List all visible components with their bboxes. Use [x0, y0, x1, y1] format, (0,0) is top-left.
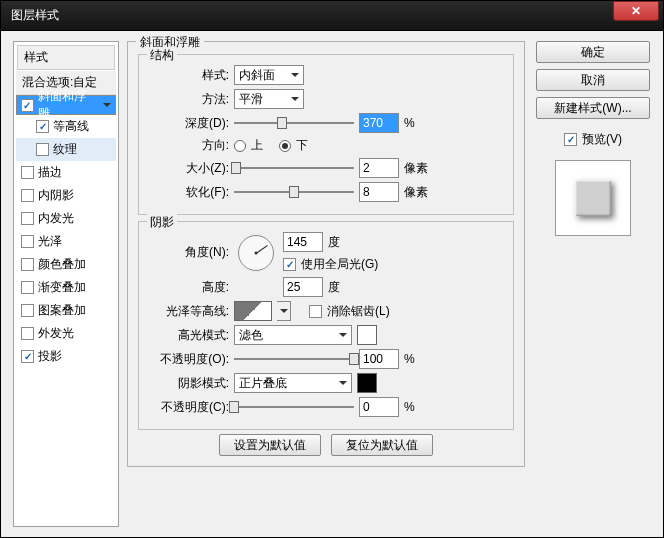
- highlight-opacity-label: 不透明度(O):: [147, 351, 229, 368]
- altitude-input[interactable]: 25: [283, 277, 323, 297]
- style-item-2[interactable]: 纹理: [16, 138, 116, 161]
- shading-title: 阴影: [147, 214, 177, 231]
- style-item-checkbox[interactable]: [21, 281, 34, 294]
- style-item-checkbox[interactable]: [21, 166, 34, 179]
- style-item-3[interactable]: 描边: [16, 161, 116, 184]
- soften-input[interactable]: 8: [359, 182, 399, 202]
- close-icon: ✕: [631, 4, 641, 18]
- style-item-checkbox[interactable]: [21, 258, 34, 271]
- highlight-opacity-slider[interactable]: [234, 350, 354, 368]
- depth-label: 深度(D):: [147, 115, 229, 132]
- style-item-checkbox[interactable]: [36, 143, 49, 156]
- gloss-contour-dropdown[interactable]: [277, 301, 291, 321]
- direction-down-radio[interactable]: [279, 140, 291, 152]
- technique-label: 方法:: [147, 91, 229, 108]
- style-item-checkbox[interactable]: [21, 189, 34, 202]
- style-item-label: 内阴影: [38, 187, 74, 204]
- shading-group: 阴影 角度(N): 145 度 使用全局光(G): [138, 221, 514, 430]
- style-item-4[interactable]: 内阴影: [16, 184, 116, 207]
- soften-label: 软化(F):: [147, 184, 229, 201]
- size-label: 大小(Z):: [147, 160, 229, 177]
- style-item-label: 渐变叠加: [38, 279, 86, 296]
- preview-checkbox[interactable]: [564, 133, 577, 146]
- style-item-5[interactable]: 内发光: [16, 207, 116, 230]
- style-item-0[interactable]: 斜面和浮雕: [16, 95, 116, 115]
- style-item-checkbox[interactable]: [21, 327, 34, 340]
- preview-swatch: [575, 180, 611, 216]
- structure-title: 结构: [147, 47, 177, 64]
- window-title: 图层样式: [11, 7, 613, 24]
- settings-panel: 斜面和浮雕 结构 样式: 内斜面 方法: 平滑 深度(D): 370: [127, 41, 525, 527]
- technique-select[interactable]: 平滑: [234, 89, 304, 109]
- preview-box: [555, 160, 631, 236]
- shadow-opacity-label: 不透明度(C):: [147, 399, 229, 416]
- depth-input[interactable]: 370: [359, 113, 399, 133]
- style-item-checkbox[interactable]: [21, 235, 34, 248]
- shadow-mode-label: 阴影模式:: [147, 375, 229, 392]
- angle-input[interactable]: 145: [283, 232, 323, 252]
- style-item-checkbox[interactable]: [21, 212, 34, 225]
- shadow-opacity-input[interactable]: 0: [359, 397, 399, 417]
- dialog-buttons: 确定 取消 新建样式(W)... 预览(V): [533, 41, 653, 527]
- close-button[interactable]: ✕: [613, 1, 659, 21]
- shadow-mode-select[interactable]: 正片叠底: [234, 373, 352, 393]
- style-item-6[interactable]: 光泽: [16, 230, 116, 253]
- style-item-label: 纹理: [53, 141, 77, 158]
- titlebar[interactable]: 图层样式 ✕: [1, 1, 663, 31]
- style-item-7[interactable]: 颜色叠加: [16, 253, 116, 276]
- style-item-label: 光泽: [38, 233, 62, 250]
- cancel-button[interactable]: 取消: [536, 69, 650, 91]
- style-item-8[interactable]: 渐变叠加: [16, 276, 116, 299]
- preview-label: 预览(V): [582, 131, 622, 148]
- highlight-mode-select[interactable]: 滤色: [234, 325, 352, 345]
- soften-slider[interactable]: [234, 183, 354, 201]
- gloss-contour-label: 光泽等高线:: [147, 303, 229, 320]
- set-default-button[interactable]: 设置为默认值: [219, 434, 321, 456]
- style-select[interactable]: 内斜面: [234, 65, 304, 85]
- style-item-label: 斜面和浮雕: [38, 88, 97, 122]
- highlight-color-swatch[interactable]: [357, 325, 377, 345]
- size-input[interactable]: 2: [359, 158, 399, 178]
- reset-default-button[interactable]: 复位为默认值: [331, 434, 433, 456]
- style-item-label: 图案叠加: [38, 302, 86, 319]
- gloss-contour-swatch[interactable]: [234, 301, 272, 321]
- style-item-label: 投影: [38, 348, 62, 365]
- layer-style-dialog: 图层样式 ✕ 样式 混合选项:自定 斜面和浮雕等高线纹理描边内阴影内发光光泽颜色…: [0, 0, 664, 538]
- style-item-label: 描边: [38, 164, 62, 181]
- style-item-checkbox[interactable]: [21, 99, 34, 112]
- direction-label: 方向:: [147, 137, 229, 154]
- global-light-checkbox[interactable]: [283, 258, 296, 271]
- style-item-9[interactable]: 图案叠加: [16, 299, 116, 322]
- style-item-11[interactable]: 投影: [16, 345, 116, 368]
- size-slider[interactable]: [234, 159, 354, 177]
- style-item-10[interactable]: 外发光: [16, 322, 116, 345]
- style-item-label: 颜色叠加: [38, 256, 86, 273]
- new-style-button[interactable]: 新建样式(W)...: [536, 97, 650, 119]
- styles-header[interactable]: 样式: [17, 45, 115, 70]
- style-item-label: 内发光: [38, 210, 74, 227]
- highlight-opacity-input[interactable]: 100: [359, 349, 399, 369]
- shadow-opacity-slider[interactable]: [234, 398, 354, 416]
- altitude-label: 高度:: [147, 279, 229, 296]
- angle-dial[interactable]: [238, 235, 274, 271]
- style-item-checkbox[interactable]: [21, 350, 34, 363]
- highlight-mode-label: 高光模式:: [147, 327, 229, 344]
- bevel-group: 斜面和浮雕 结构 样式: 内斜面 方法: 平滑 深度(D): 370: [127, 41, 525, 467]
- ok-button[interactable]: 确定: [536, 41, 650, 63]
- styles-list: 样式 混合选项:自定 斜面和浮雕等高线纹理描边内阴影内发光光泽颜色叠加渐变叠加图…: [13, 41, 119, 527]
- direction-up-radio[interactable]: [234, 140, 246, 152]
- shadow-color-swatch[interactable]: [357, 373, 377, 393]
- structure-group: 结构 样式: 内斜面 方法: 平滑 深度(D): 370 %: [138, 54, 514, 215]
- style-label: 样式:: [147, 67, 229, 84]
- style-item-label: 外发光: [38, 325, 74, 342]
- style-item-checkbox[interactable]: [21, 304, 34, 317]
- angle-label: 角度(N):: [147, 244, 229, 261]
- antialias-checkbox[interactable]: [309, 305, 322, 318]
- depth-slider[interactable]: [234, 114, 354, 132]
